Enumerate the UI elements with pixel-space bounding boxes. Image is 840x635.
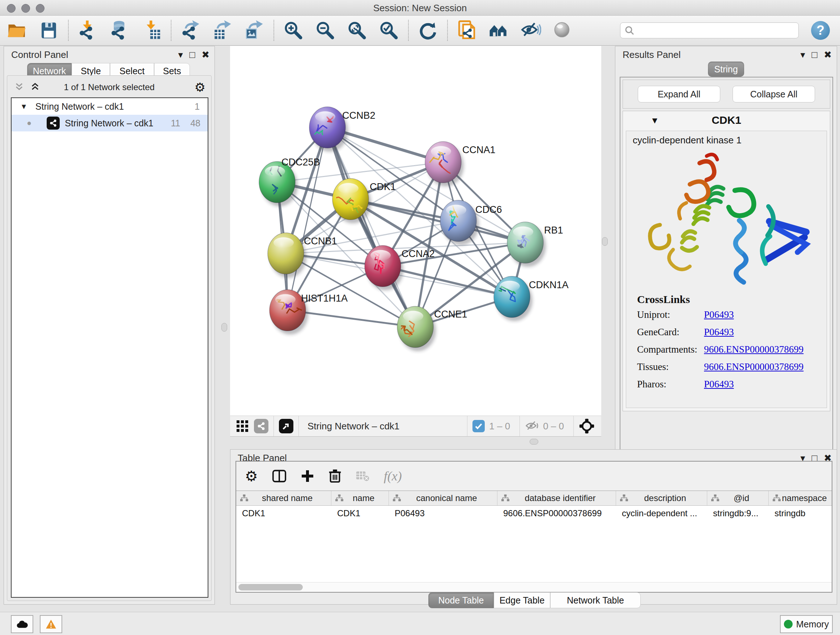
table-cell[interactable]: CDK1: [332, 506, 389, 521]
search-input[interactable]: [620, 22, 799, 38]
import-network-database-icon: [109, 20, 130, 41]
left-splitter-handle[interactable]: [221, 323, 227, 332]
table-horizontal-scrollbar[interactable]: [236, 582, 832, 592]
collapse-all-button[interactable]: Collapse All: [733, 86, 815, 103]
open-session-button[interactable]: [6, 19, 28, 42]
network-node-CCNA2[interactable]: CCNA2: [365, 245, 435, 290]
export-table-button[interactable]: [211, 19, 234, 42]
tab-network-table[interactable]: Network Table: [550, 592, 641, 608]
network-node-count: 11: [171, 118, 180, 128]
network-row[interactable]: ● String Network – cdk1 11 48: [11, 115, 208, 131]
close-panel-icon[interactable]: ✖: [202, 49, 210, 61]
column-header-label: name: [344, 493, 388, 503]
network-node-RB1[interactable]: RB1: [507, 222, 563, 267]
network-share-icon[interactable]: [254, 419, 268, 433]
crosslink-link[interactable]: P06493: [704, 379, 734, 390]
delete-column-trash-icon[interactable]: [328, 469, 342, 483]
node-result-header[interactable]: ▼ CDK1: [623, 111, 830, 130]
network-node-CCNB2[interactable]: CCNB2: [309, 107, 376, 152]
export-network-icon: [180, 20, 201, 41]
network-options-gear-icon[interactable]: ⚙: [195, 80, 205, 95]
crosslink-link[interactable]: P06493: [704, 326, 734, 338]
tab-string[interactable]: String: [708, 62, 744, 77]
maximize-panel-icon[interactable]: □: [812, 49, 817, 61]
hide-selected-button[interactable]: [519, 19, 542, 42]
column-header-canonical-name[interactable]: canonical name: [389, 491, 497, 505]
export-network-button[interactable]: [180, 19, 202, 42]
column-header-id[interactable]: @id: [707, 491, 769, 505]
scrollbar-thumb[interactable]: [238, 584, 303, 591]
table-cell[interactable]: 9606.ENSP00000378699: [497, 506, 616, 521]
table-cell[interactable]: CDK1: [236, 506, 332, 521]
cloud-button[interactable]: [11, 615, 33, 633]
column-header-shared-name[interactable]: shared name: [236, 491, 332, 505]
table-cell[interactable]: P06493: [389, 506, 497, 521]
network-node-CDC6[interactable]: CDC6: [440, 200, 502, 245]
table-row[interactable]: CDK1CDK1P064939606.ENSP00000378699cyclin…: [236, 506, 832, 521]
collection-expand-icon[interactable]: ▼: [20, 103, 27, 111]
crosslink-link[interactable]: 9606.ENSP00000378699: [704, 361, 804, 372]
float-panel-icon[interactable]: ▾: [800, 49, 805, 61]
node-result-body: cyclin-dependent kinase 1: [626, 131, 827, 408]
import-network-database-button[interactable]: [109, 19, 131, 42]
network-node-CDK1[interactable]: CDK1: [332, 179, 396, 223]
zoom-selected-icon: [378, 20, 399, 41]
column-header-namespace[interactable]: namespace: [769, 491, 832, 505]
selected-checkbox-icon[interactable]: [472, 420, 485, 432]
toolbar-separator: [447, 20, 448, 41]
network-node-CCNE1[interactable]: CCNE1: [393, 306, 467, 351]
table-cell[interactable]: stringdb: [769, 506, 832, 521]
home-button[interactable]: [488, 19, 510, 42]
memory-button[interactable]: Memory: [780, 615, 833, 633]
show-columns-icon[interactable]: [272, 469, 287, 484]
export-table-icon: [212, 20, 233, 41]
network-tab-content: 1 of 1 Network selected ⚙ ▼ String Netwo…: [7, 75, 212, 601]
float-panel-icon[interactable]: ▾: [178, 49, 183, 61]
tab-edge-table[interactable]: Edge Table: [494, 592, 550, 608]
expand-all-button[interactable]: Expand All: [638, 86, 720, 103]
grid-view-icon[interactable]: [236, 420, 249, 432]
import-network-file-button[interactable]: [77, 19, 99, 42]
column-header-database-identifier[interactable]: database identifier: [497, 491, 616, 505]
zoom-fit-icon: [347, 20, 368, 41]
crosslink-link[interactable]: 9606.ENSP00000378699: [704, 344, 804, 355]
birds-eye-view-icon[interactable]: [579, 418, 595, 434]
maximize-panel-icon[interactable]: □: [189, 49, 195, 61]
column-header-label: database identifier: [510, 493, 616, 503]
right-splitter-handle[interactable]: [602, 237, 608, 246]
detach-view-icon[interactable]: [279, 419, 294, 433]
toolbar-button-groups: [0, 19, 579, 42]
table-cell[interactable]: stringdb:9...: [707, 506, 769, 521]
column-header-description[interactable]: description: [616, 491, 707, 505]
save-session-button[interactable]: [38, 19, 60, 42]
crosslink-label: Compartments:: [637, 344, 704, 355]
network-collection-row[interactable]: ▼ String Network – cdk1 1: [11, 98, 208, 115]
zoom-in-button[interactable]: [282, 19, 305, 42]
column-header-name[interactable]: name: [332, 491, 389, 505]
delete-table-icon: [355, 470, 370, 482]
warnings-button[interactable]: [40, 615, 62, 633]
network-node-HIST1H1A[interactable]: HIST1H1A: [270, 290, 347, 334]
network-view-canvas[interactable]: CCNB2 CCNA1 CDC25B CDK1 CDC6 RB1 CCNB1 C…: [230, 46, 601, 416]
export-image-button[interactable]: [243, 19, 265, 42]
close-panel-icon[interactable]: ✖: [824, 49, 832, 61]
clone-network-button[interactable]: [456, 19, 478, 42]
bottom-splitter-handle[interactable]: [530, 439, 538, 445]
table-cell[interactable]: cyclin-dependent ...: [616, 506, 707, 521]
refresh-view-button[interactable]: [417, 19, 439, 42]
zoom-fit-button[interactable]: [346, 19, 368, 42]
network-node-CDKN1A[interactable]: CDKN1A: [491, 276, 568, 321]
application-window: Session: New Session ? Control Panel ▾ □…: [0, 0, 840, 635]
crosslink-link[interactable]: P06493: [704, 309, 734, 320]
create-column-plus-icon[interactable]: [301, 469, 314, 483]
import-table-button[interactable]: [141, 19, 163, 42]
network-edge[interactable]: [287, 127, 327, 310]
zoom-out-button[interactable]: [314, 19, 336, 42]
help-button[interactable]: ?: [811, 21, 830, 40]
show-all-button[interactable]: [551, 19, 574, 42]
table-options-gear-icon[interactable]: ⚙: [245, 468, 258, 485]
column-header-label: namespace: [781, 493, 832, 503]
network-node-label: RB1: [544, 225, 563, 236]
tab-node-table[interactable]: Node Table: [428, 592, 494, 608]
zoom-selected-button[interactable]: [378, 19, 400, 42]
